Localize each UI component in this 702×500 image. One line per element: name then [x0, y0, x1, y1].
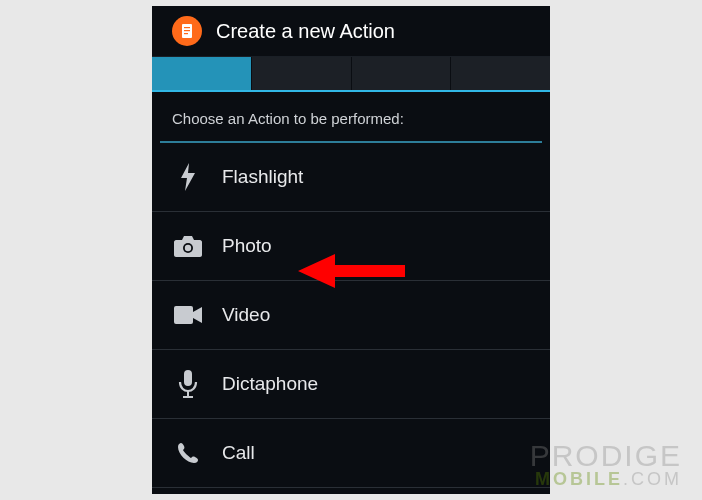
svg-point-5 — [185, 245, 191, 251]
svg-rect-1 — [184, 27, 190, 28]
page-title: Create a new Action — [216, 20, 395, 43]
action-label: Call — [222, 442, 255, 464]
action-video[interactable]: Video — [152, 281, 550, 350]
tab-4[interactable] — [451, 57, 550, 90]
action-photo[interactable]: Photo — [152, 212, 550, 281]
watermark-line1: PRODIGE — [530, 442, 682, 471]
watermark-com: .COM — [623, 469, 682, 489]
svg-rect-3 — [184, 33, 188, 34]
instruction-text: Choose an Action to be performed: — [152, 92, 550, 141]
app-screen: Create a new Action Choose an Action to … — [152, 6, 550, 494]
video-icon — [174, 301, 202, 329]
svg-rect-9 — [183, 396, 193, 398]
watermark: PRODIGE MOBILE.COM — [530, 442, 682, 488]
action-flashlight[interactable]: Flashlight — [152, 143, 550, 212]
flash-icon — [174, 163, 202, 191]
header: Create a new Action — [152, 6, 550, 56]
action-dictaphone[interactable]: Dictaphone — [152, 350, 550, 419]
action-label: Video — [222, 304, 270, 326]
document-icon — [179, 23, 195, 39]
tab-2[interactable] — [252, 57, 352, 90]
action-label: Flashlight — [222, 166, 303, 188]
action-label: Dictaphone — [222, 373, 318, 395]
mic-icon — [174, 370, 202, 398]
camera-icon — [174, 232, 202, 260]
app-icon — [172, 16, 202, 46]
action-call[interactable]: Call — [152, 419, 550, 488]
tab-1[interactable] — [152, 57, 252, 90]
svg-rect-6 — [174, 306, 193, 324]
svg-rect-8 — [187, 391, 189, 396]
action-label: Photo — [222, 235, 272, 257]
tab-bar — [152, 56, 550, 92]
svg-rect-2 — [184, 30, 190, 31]
phone-icon — [174, 439, 202, 467]
tab-3[interactable] — [352, 57, 452, 90]
svg-rect-7 — [184, 370, 192, 386]
